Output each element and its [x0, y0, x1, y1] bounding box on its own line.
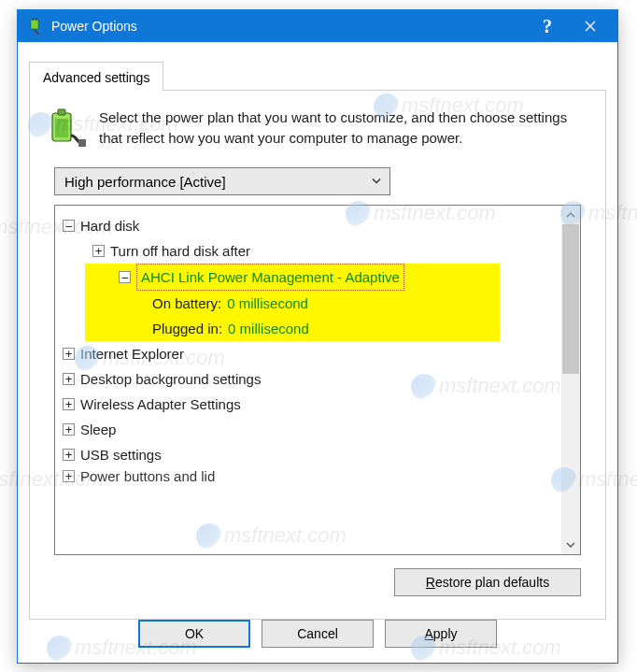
- restore-plan-defaults-button[interactable]: Restore plan defaults: [394, 568, 581, 596]
- tree-label: Wireless Adapter Settings: [80, 392, 241, 417]
- tree-label: USB settings: [80, 442, 162, 467]
- apply-button[interactable]: Apply: [385, 620, 497, 648]
- plugged-in-label: Plugged in:: [152, 316, 222, 341]
- tree-label: Desktop background settings: [80, 366, 261, 392]
- expand-icon[interactable]: +: [63, 373, 75, 385]
- tab-advanced-settings[interactable]: Advanced settings: [29, 62, 163, 91]
- vertical-scrollbar[interactable]: [561, 206, 580, 554]
- ahci-on-battery[interactable]: On battery: 0 millisecond: [85, 291, 500, 316]
- scroll-up-icon[interactable]: [561, 206, 580, 224]
- tree-node-sleep[interactable]: + Sleep: [63, 417, 561, 442]
- svg-rect-6: [78, 139, 86, 147]
- chevron-down-icon: [371, 174, 382, 190]
- power-plan-select[interactable]: High performance [Active]: [54, 167, 390, 195]
- svg-rect-1: [33, 18, 35, 21]
- tree-node-power-buttons[interactable]: + Power buttons and lid: [63, 467, 561, 484]
- tree-label: Sleep: [80, 417, 116, 442]
- battery-plug-icon: [45, 107, 86, 149]
- tabstrip: Advanced settings: [29, 61, 606, 91]
- titlebar: Power Options ?: [18, 10, 617, 42]
- svg-rect-2: [35, 18, 37, 21]
- plugged-in-value: 0 millisecond: [228, 316, 309, 341]
- power-plug-icon: [27, 18, 44, 35]
- ahci-plugged-in[interactable]: Plugged in: 0 millisecond: [85, 316, 500, 341]
- scroll-down-icon[interactable]: [561, 536, 580, 554]
- tree-node-desktop-background[interactable]: + Desktop background settings: [63, 366, 561, 392]
- tab-page: Select the power plan that you want to c…: [29, 91, 606, 620]
- cancel-button[interactable]: Cancel: [262, 620, 374, 648]
- settings-tree: − Hard disk + Turn off hard disk after −…: [54, 205, 581, 555]
- close-button[interactable]: [569, 10, 612, 42]
- scroll-thumb[interactable]: [562, 224, 579, 374]
- tree-node-hard-disk[interactable]: − Hard disk: [63, 213, 561, 238]
- scroll-track[interactable]: [561, 224, 580, 536]
- tree-label: Internet Explorer: [80, 341, 184, 366]
- tree-label: Turn off hard disk after: [110, 238, 250, 264]
- expand-icon[interactable]: +: [63, 348, 75, 360]
- ok-button[interactable]: OK: [138, 620, 250, 648]
- power-plan-value: High performance [Active]: [64, 174, 226, 190]
- help-button[interactable]: ?: [526, 10, 569, 42]
- tree-node-usb[interactable]: + USB settings: [63, 442, 561, 467]
- intro-text: Select the power plan that you want to c…: [99, 107, 590, 149]
- tree-node-turn-off-hard-disk[interactable]: + Turn off hard disk after: [63, 238, 561, 264]
- expand-icon[interactable]: +: [63, 470, 75, 482]
- expand-icon[interactable]: +: [63, 398, 75, 410]
- tree-node-ie[interactable]: + Internet Explorer: [63, 341, 561, 366]
- window-title: Power Options: [51, 19, 526, 34]
- expand-icon[interactable]: +: [92, 245, 105, 257]
- svg-rect-0: [31, 20, 38, 29]
- tree-node-ahci[interactable]: − AHCI Link Power Management - Adaptive: [85, 264, 500, 291]
- ahci-label: AHCI Link Power Management - Adaptive: [136, 264, 404, 291]
- svg-rect-5: [55, 119, 68, 137]
- collapse-icon[interactable]: −: [63, 220, 75, 232]
- tree-node-wireless[interactable]: + Wireless Adapter Settings: [63, 392, 561, 417]
- on-battery-value: 0 millisecond: [227, 291, 308, 316]
- power-options-window: Power Options ? Advanced settings: [17, 9, 618, 664]
- expand-icon[interactable]: +: [63, 449, 75, 461]
- tree-label: Hard disk: [80, 213, 139, 238]
- tree-label: Power buttons and lid: [80, 467, 215, 484]
- expand-icon[interactable]: +: [63, 423, 75, 436]
- collapse-icon[interactable]: −: [119, 271, 131, 283]
- on-battery-label: On battery:: [152, 291, 221, 316]
- svg-rect-4: [58, 109, 65, 115]
